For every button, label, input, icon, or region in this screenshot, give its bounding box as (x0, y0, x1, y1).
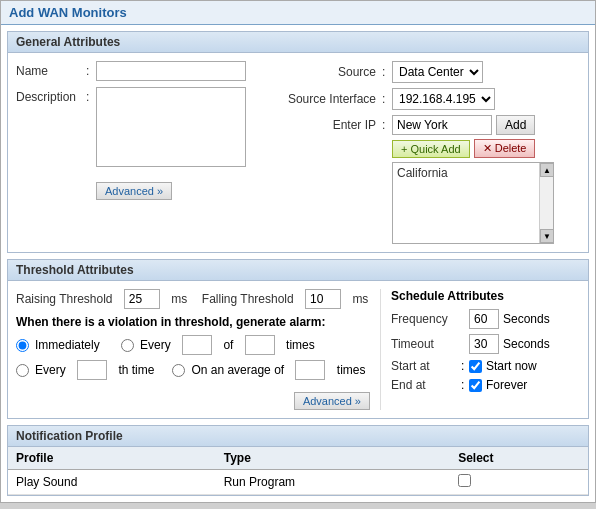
general-right-col: Source : Data Center Source Interface : … (272, 61, 580, 244)
raising-threshold-input[interactable] (124, 289, 160, 309)
notification-table-header: Profile Type Select (8, 447, 588, 470)
start-at-row: Start at : Start now (391, 359, 580, 373)
title-bar: Add WAN Monitors (1, 1, 595, 25)
threshold-section-body: Raising Threshold ms Falling Threshold m… (8, 281, 588, 418)
select-cell (450, 470, 588, 495)
col-select-header: Select (450, 447, 588, 470)
page-title: Add WAN Monitors (9, 5, 127, 20)
scroll-track (540, 177, 553, 229)
notification-section-body: Profile Type Select Play Sound Run Progr… (8, 447, 588, 495)
enter-ip-row: Enter IP : Add (272, 115, 580, 135)
name-sep: : (86, 61, 96, 78)
scroll-up-arrow[interactable]: ▲ (540, 163, 554, 177)
name-input[interactable] (96, 61, 246, 81)
every-of-radio[interactable] (121, 339, 134, 352)
threshold-left: Raising Threshold ms Falling Threshold m… (16, 289, 370, 410)
immediately-label: Immediately (35, 338, 100, 352)
frequency-input[interactable] (469, 309, 499, 329)
general-advanced-link[interactable]: Advanced » (96, 182, 172, 200)
notification-header-row: Profile Type Select (8, 447, 588, 470)
threshold-advanced-link[interactable]: Advanced » (294, 392, 370, 410)
notification-select-checkbox[interactable] (458, 474, 471, 487)
notification-section: Notification Profile Profile Type Select… (7, 425, 589, 496)
col-profile-header: Profile (8, 447, 216, 470)
general-section-body: Name : Description : Advan (8, 53, 588, 252)
on-average-input[interactable] (295, 360, 325, 380)
ip-listbox-area: California ▲ ▼ (392, 162, 580, 244)
every-label: Every (140, 338, 171, 352)
of-label: of (223, 338, 233, 352)
forever-label: Forever (469, 378, 527, 392)
times-label: times (286, 338, 315, 352)
scrollbar[interactable]: ▲ ▼ (539, 163, 553, 243)
timeout-input[interactable] (469, 334, 499, 354)
source-field-row: Source : Data Center (272, 61, 580, 83)
name-label: Name (16, 61, 86, 78)
times2-label: times (337, 363, 366, 377)
frequency-row: Frequency Seconds (391, 309, 580, 329)
immediately-row: Immediately Every of times (16, 335, 370, 355)
ip-listbox-wrapper: California ▲ ▼ (392, 162, 554, 244)
name-field-value (96, 61, 256, 81)
enter-ip-input[interactable] (392, 115, 492, 135)
threshold-right: Schedule Attributes Frequency Seconds Ti… (380, 289, 580, 410)
notification-table-body: Play Sound Run Program (8, 470, 588, 495)
quick-delete-row: + Quick Add ✕ Delete (272, 139, 580, 158)
name-field-row: Name : (16, 61, 256, 81)
source-interface-label: Source Interface (272, 92, 382, 106)
source-label: Source (272, 65, 382, 79)
raising-label: Raising Threshold (16, 292, 113, 306)
ip-listbox-content: California (393, 163, 539, 243)
general-section-header: General Attributes (8, 32, 588, 53)
add-button[interactable]: Add (496, 115, 535, 135)
main-window: Add WAN Monitors General Attributes Name… (0, 0, 596, 503)
enter-ip-label: Enter IP (272, 118, 382, 132)
description-field-row: Description : (16, 87, 256, 170)
threshold-advanced-area: Advanced » (16, 386, 370, 410)
threshold-body: Raising Threshold ms Falling Threshold m… (16, 289, 580, 410)
start-now-label: Start now (469, 359, 537, 373)
falling-label: Falling Threshold (202, 292, 294, 306)
profile-cell: Play Sound (8, 470, 216, 495)
every-of-input1[interactable] (182, 335, 212, 355)
raising-ms-label: ms (171, 292, 187, 306)
every-of-input2[interactable] (245, 335, 275, 355)
falling-threshold-input[interactable] (305, 289, 341, 309)
col-type-header: Type (216, 447, 450, 470)
description-label: Description (16, 87, 86, 104)
timeout-value: Seconds (469, 334, 550, 354)
timeout-row: Timeout Seconds (391, 334, 580, 354)
general-left-col: Name : Description : Advan (16, 61, 256, 244)
notification-table: Profile Type Select Play Sound Run Progr… (8, 447, 588, 495)
falling-ms-label: ms (352, 292, 368, 306)
list-item: California (395, 165, 537, 181)
type-cell: Run Program (216, 470, 450, 495)
violation-label: When there is a violation in threshold, … (16, 315, 370, 329)
general-section: General Attributes Name : Description : (7, 31, 589, 253)
source-interface-select[interactable]: 192.168.4.195 (392, 88, 495, 110)
on-average-label: On an average of (191, 363, 284, 377)
end-at-row: End at : Forever (391, 378, 580, 392)
delete-button[interactable]: ✕ Delete (474, 139, 536, 158)
source-interface-field-row: Source Interface : 192.168.4.195 (272, 88, 580, 110)
frequency-seconds-label: Seconds (503, 312, 550, 326)
every-th-input[interactable] (77, 360, 107, 380)
start-now-checkbox[interactable] (469, 360, 482, 373)
on-average-radio[interactable] (172, 364, 185, 377)
quick-add-button[interactable]: + Quick Add (392, 140, 470, 158)
source-select[interactable]: Data Center (392, 61, 483, 83)
description-input[interactable] (96, 87, 246, 167)
timeout-seconds-label: Seconds (503, 337, 550, 351)
schedule-header: Schedule Attributes (391, 289, 580, 303)
every-th-radio[interactable] (16, 364, 29, 377)
immediately-radio[interactable] (16, 339, 29, 352)
timeout-label: Timeout (391, 337, 461, 351)
scroll-down-arrow[interactable]: ▼ (540, 229, 554, 243)
threshold-section-header: Threshold Attributes (8, 260, 588, 281)
description-sep: : (86, 87, 96, 104)
start-at-label: Start at (391, 359, 461, 373)
notification-section-header: Notification Profile (8, 426, 588, 447)
th-time-label: th time (118, 363, 154, 377)
forever-checkbox[interactable] (469, 379, 482, 392)
frequency-label: Frequency (391, 312, 461, 326)
